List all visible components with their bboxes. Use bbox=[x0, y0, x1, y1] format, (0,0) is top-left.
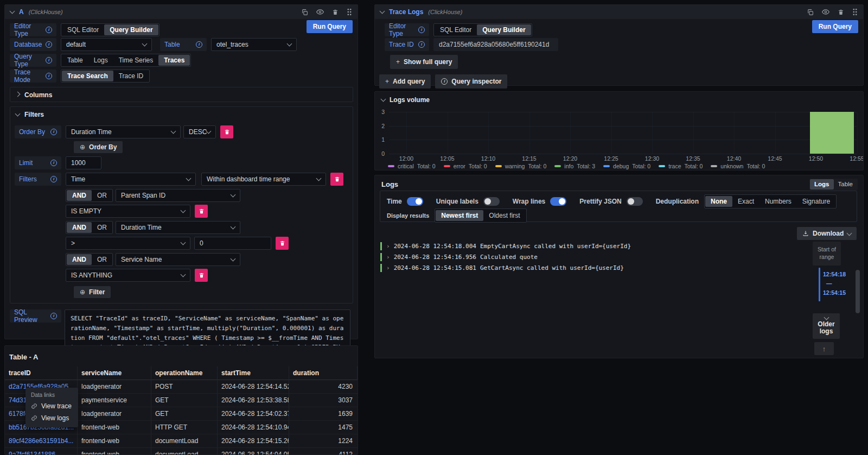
log-entry-row[interactable]: › 2024-06-28 12:54:15.081 GetCartAsync c… bbox=[380, 262, 793, 273]
info-circle-icon[interactable]: i bbox=[46, 73, 52, 79]
columns-section-header[interactable]: Columns bbox=[10, 87, 353, 102]
filter-time-field-select[interactable]: Time bbox=[66, 173, 196, 186]
filter-field-select[interactable]: Service Name bbox=[116, 253, 240, 266]
query-row-header[interactable]: Trace Logs (ClickHouse) bbox=[375, 5, 863, 19]
info-circle-icon[interactable]: i bbox=[418, 27, 425, 33]
table-select[interactable]: otel_traces bbox=[211, 38, 297, 51]
drag-handle-icon[interactable] bbox=[852, 8, 858, 16]
option-and[interactable]: AND bbox=[67, 190, 92, 201]
remove-filter-button[interactable] bbox=[195, 205, 208, 218]
wrap-lines-toggle[interactable] bbox=[550, 197, 566, 206]
info-circle-icon[interactable]: i bbox=[50, 176, 57, 182]
option-query-builder[interactable]: Query Builder bbox=[477, 24, 531, 35]
add-filter-button[interactable]: ⊕Filter bbox=[74, 286, 111, 298]
remove-filter-button[interactable] bbox=[195, 269, 208, 282]
option-numbers[interactable]: Numbers bbox=[760, 196, 797, 207]
legend-item[interactable]: info Total: 3 bbox=[554, 163, 595, 169]
remove-filter-button[interactable] bbox=[276, 237, 289, 250]
order-by-field-select[interactable]: Duration Time bbox=[66, 125, 181, 138]
show-full-query-button[interactable]: +Show full query bbox=[390, 55, 458, 69]
query-inspector-button[interactable]: iQuery inspector bbox=[435, 74, 507, 89]
legend-item[interactable]: trace Total: 0 bbox=[659, 163, 703, 169]
option-signature[interactable]: Signature bbox=[797, 196, 835, 207]
filter-operator-select[interactable]: IS EMPTY bbox=[66, 205, 190, 218]
remove-order-by-button[interactable] bbox=[220, 125, 233, 138]
trash-icon[interactable] bbox=[332, 9, 339, 16]
logs-volume-bar[interactable] bbox=[810, 112, 854, 154]
older-logs-button[interactable]: Older logs bbox=[813, 313, 840, 339]
info-circle-icon[interactable]: i bbox=[46, 27, 52, 33]
prettify-json-toggle[interactable] bbox=[627, 197, 643, 206]
chevron-down-icon[interactable] bbox=[380, 9, 385, 14]
add-query-button[interactable]: +Add query bbox=[379, 74, 431, 89]
eye-icon[interactable] bbox=[316, 8, 324, 16]
database-select[interactable]: default bbox=[61, 38, 152, 51]
legend-item[interactable]: critical Total: 0 bbox=[388, 163, 436, 169]
filter-field-select[interactable]: Duration Time bbox=[116, 221, 240, 234]
option-logs[interactable]: Logs bbox=[810, 179, 833, 189]
time-toggle[interactable] bbox=[407, 197, 423, 206]
log-entry-row[interactable]: › 2024-06-28 12:54:16.956 Calculated quo… bbox=[380, 251, 793, 262]
option-and[interactable]: AND bbox=[67, 222, 92, 233]
drag-handle-icon[interactable] bbox=[347, 8, 352, 16]
info-circle-icon[interactable]: i bbox=[50, 129, 57, 135]
table-column-header[interactable]: operationName bbox=[151, 366, 218, 380]
filter-operator-select[interactable]: > bbox=[66, 237, 190, 250]
option-logs[interactable]: Logs bbox=[88, 55, 113, 66]
option-oldest-first[interactable]: Oldest first bbox=[483, 210, 525, 221]
filter-operator-select[interactable]: IS ANYTHING bbox=[66, 269, 190, 282]
scroll-to-top-button[interactable]: ↑ bbox=[814, 342, 834, 355]
option-table[interactable]: Table bbox=[834, 179, 858, 189]
filter-time-range-select[interactable]: Within dashboard time range bbox=[201, 173, 326, 186]
table-column-header[interactable]: serviceName bbox=[78, 366, 151, 380]
order-by-direction-select[interactable]: DESC bbox=[183, 125, 216, 138]
expand-log-chevron-icon[interactable]: › bbox=[386, 254, 390, 261]
logs-volume-header[interactable]: Logs volume bbox=[375, 92, 863, 104]
filters-section-header[interactable]: Filters bbox=[10, 107, 353, 121]
info-circle-icon[interactable]: i bbox=[50, 313, 57, 319]
option-trace-id[interactable]: Trace ID bbox=[113, 71, 149, 81]
data-link-menu-item[interactable]: View trace bbox=[25, 400, 78, 412]
limit-input[interactable]: 1000 bbox=[66, 156, 101, 169]
legend-item[interactable]: debug Total: 0 bbox=[603, 163, 650, 169]
option-trace-search[interactable]: Trace Search bbox=[62, 71, 113, 81]
copy-icon[interactable] bbox=[301, 9, 308, 16]
option-exact[interactable]: Exact bbox=[732, 196, 760, 207]
log-entry-row[interactable]: › 2024-06-28 12:54:18.004 EmptyCartAsync… bbox=[380, 241, 793, 251]
option-or[interactable]: OR bbox=[92, 254, 112, 265]
option-none[interactable]: None bbox=[705, 196, 732, 207]
option-or[interactable]: OR bbox=[92, 222, 112, 233]
legend-item[interactable]: error Total: 0 bbox=[444, 163, 487, 169]
option-table[interactable]: Table bbox=[62, 55, 88, 66]
legend-item[interactable]: warning Total: 0 bbox=[495, 163, 547, 169]
option-sql-editor[interactable]: SQL Editor bbox=[62, 24, 104, 35]
query-row-header[interactable]: A (ClickHouse) bbox=[5, 5, 358, 19]
option-and[interactable]: AND bbox=[67, 254, 92, 265]
add-order-by-button[interactable]: ⊕Order By bbox=[74, 141, 123, 153]
unique-labels-toggle[interactable] bbox=[483, 197, 500, 206]
option-newest-first[interactable]: Newest first bbox=[436, 210, 483, 221]
eye-icon[interactable] bbox=[822, 8, 829, 16]
legend-item[interactable]: unknown Total: 0 bbox=[711, 163, 765, 169]
trace-id-input[interactable]: d2a7155ef6a928a05680e5ff6190241d bbox=[433, 38, 558, 51]
table-column-header[interactable]: traceID bbox=[5, 366, 78, 380]
option-sql-editor[interactable]: SQL Editor bbox=[435, 24, 477, 35]
table-column-header[interactable]: duration bbox=[289, 366, 358, 380]
download-button[interactable]: Download bbox=[797, 227, 857, 240]
trace-id-link[interactable]: 9a7fcf61341886... bbox=[5, 448, 78, 455]
trash-icon[interactable] bbox=[838, 9, 844, 16]
expand-log-chevron-icon[interactable]: › bbox=[386, 243, 390, 250]
filter-field-select[interactable]: Parent Span ID bbox=[116, 189, 240, 202]
remove-time-filter-button[interactable] bbox=[330, 173, 343, 186]
info-circle-icon[interactable]: i bbox=[418, 41, 425, 48]
chevron-down-icon[interactable] bbox=[10, 9, 15, 14]
copy-icon[interactable] bbox=[807, 9, 814, 16]
option-traces[interactable]: Traces bbox=[158, 55, 190, 66]
info-circle-icon[interactable]: i bbox=[196, 41, 202, 48]
expand-log-chevron-icon[interactable]: › bbox=[386, 264, 390, 271]
info-circle-icon[interactable]: i bbox=[50, 160, 57, 166]
option-time-series[interactable]: Time Series bbox=[113, 55, 159, 66]
data-link-menu-item[interactable]: View logs bbox=[25, 412, 78, 424]
table-column-header[interactable]: startTime bbox=[218, 366, 289, 380]
info-circle-icon[interactable]: i bbox=[46, 57, 52, 64]
